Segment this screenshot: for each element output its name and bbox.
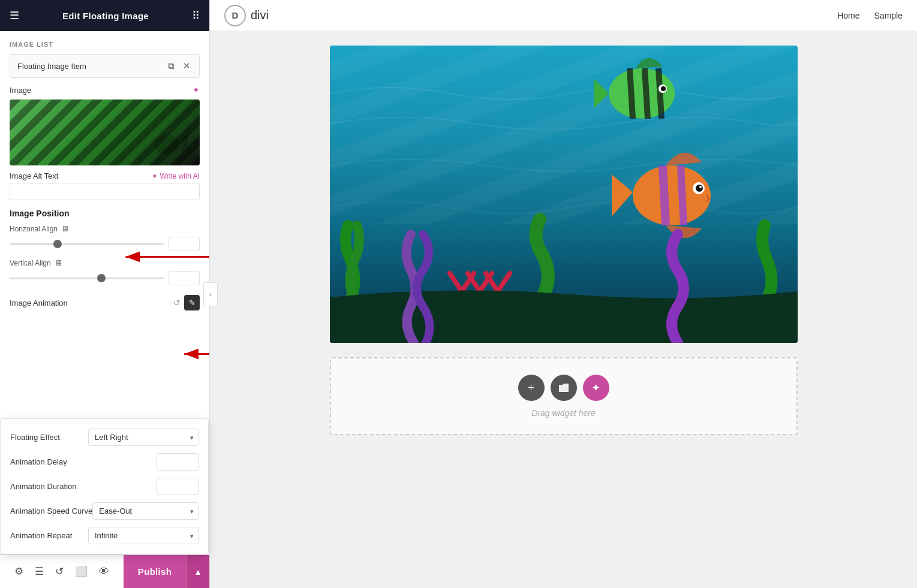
fish-preview-icon [152, 129, 188, 159]
underwater-background [330, 46, 798, 343]
svg-line-24 [663, 165, 666, 225]
vertical-align-text: Vertical Align [10, 259, 51, 267]
canvas-area: + ✦ Drag widget here [210, 31, 917, 588]
floating-effect-select-wrapper: Left Right Up Down None Custom ▾ [88, 429, 199, 446]
animation-delay-row: Animation Delay 0 [10, 453, 199, 471]
write-ai-text[interactable]: Write with AI [160, 172, 200, 180]
main-content: D divi Home Sample [210, 0, 917, 588]
image-preview[interactable] [10, 99, 200, 165]
floating-effect-row: Floating Effect Left Right Up Down None … [10, 429, 199, 446]
close-icon[interactable]: ✕ [182, 59, 192, 73]
publish-expand-button[interactable]: ▲ [186, 555, 209, 588]
animation-delay-input[interactable]: 0 [157, 453, 199, 471]
horizontal-align-label: Horizonal Align 🖥 [10, 224, 69, 233]
vertical-slider-row: 6 [10, 271, 200, 285]
svg-line-25 [681, 165, 684, 225]
speed-curve-select-wrapper: Ease-Out Ease-In Linear Ease-In-Out ▾ [92, 502, 199, 520]
responsive-toolbar-button[interactable]: ⬜ [70, 560, 92, 583]
animation-delay-label: Animation Delay [10, 457, 88, 466]
image-list-item[interactable]: Floating Image Item ⧉ ✕ [10, 54, 200, 78]
divi-logo: D divi [224, 5, 269, 26]
nav-sample[interactable]: Sample [874, 11, 903, 20]
history-toolbar-button[interactable]: ↺ [50, 560, 68, 583]
underwater-scene [330, 46, 798, 343]
bottom-toolbar: ⚙ ☰ ↺ ⬜ 👁 Publish ▲ [0, 554, 209, 588]
layers-toolbar-button[interactable]: ☰ [30, 560, 49, 583]
sidebar-header: ☰ Edit Floating Image ⠿ [0, 0, 209, 31]
vertical-value[interactable]: 6 [169, 271, 200, 285]
image-section-label: Image [10, 86, 31, 95]
svg-line-10 [659, 68, 662, 119]
animation-popup: Floating Effect Left Right Up Down None … [0, 418, 209, 554]
speed-curve-select[interactable]: Ease-Out Ease-In Linear Ease-In-Out [92, 502, 199, 520]
image-animation-label: Image Animation [10, 298, 68, 307]
drop-zone-buttons: + ✦ [518, 375, 609, 401]
svg-line-9 [645, 68, 648, 119]
drop-hint: Drag widget here [531, 408, 596, 418]
monitor-icon-h[interactable]: 🖥 [61, 224, 69, 233]
svg-point-0 [154, 135, 180, 154]
animation-speed-curve-label: Animation Speed Curve [10, 506, 92, 515]
top-nav: D divi Home Sample [210, 0, 917, 31]
animation-repeat-label: Animation Repeat [10, 531, 88, 540]
image-field-row: Image ✦ [10, 85, 200, 95]
floating-effect-select[interactable]: Left Right Up Down None Custom [88, 429, 199, 446]
sidebar-collapse-handle[interactable]: ‹ [203, 282, 218, 306]
widget-drop-zone: + ✦ Drag widget here [330, 357, 798, 435]
animation-duration-input[interactable]: 1400 [157, 478, 199, 495]
edit-anim-button[interactable]: ✎ [184, 295, 200, 310]
svg-point-28 [696, 185, 703, 192]
svg-point-6 [609, 68, 675, 119]
animation-repeat-select-wrapper: Infinite Once Twice 3 Times ▾ [88, 527, 199, 544]
floating-effect-label: Floating Effect [10, 433, 88, 442]
divi-logo-text: divi [251, 8, 269, 22]
nav-home[interactable]: Home [837, 11, 859, 20]
ai-widget-button[interactable]: ✦ [583, 375, 609, 401]
toolbar-icons-group: ⚙ ☰ ↺ ⬜ 👁 [0, 560, 124, 583]
animation-speed-curve-row: Animation Speed Curve Ease-Out Ease-In L… [10, 502, 199, 520]
preview-toolbar-button[interactable]: 👁 [94, 561, 114, 583]
canvas-scene [330, 46, 798, 343]
sparkle-icon[interactable]: ✦ [193, 85, 200, 95]
horizontal-slider-row: 3 [10, 237, 200, 251]
nav-links: Home Sample [837, 11, 903, 20]
vertical-align-label: Vertical Align 🖥 [10, 258, 62, 267]
svg-marker-11 [594, 79, 609, 108]
animation-duration-row: Animation Duration 1400 [10, 478, 199, 495]
publish-button[interactable]: Publish [124, 555, 186, 588]
anim-icons: ↺ ✎ [173, 295, 200, 310]
write-ai-sparkle: ✦ [152, 172, 158, 180]
svg-line-8 [630, 68, 633, 119]
hamburger-icon[interactable]: ☰ [10, 9, 19, 22]
alt-text-input[interactable] [10, 183, 200, 200]
monitor-icon-v[interactable]: 🖥 [55, 258, 62, 267]
duplicate-icon[interactable]: ⧉ [167, 59, 176, 73]
horizontal-align-text: Horizonal Align [10, 225, 58, 233]
settings-toolbar-button[interactable]: ⚙ [10, 560, 28, 583]
alt-text-row: Image Alt Text ✦ Write with AI [10, 171, 200, 180]
write-ai-link[interactable]: ✦ Write with AI [152, 172, 200, 180]
vertical-align-row: Vertical Align 🖥 [10, 258, 200, 267]
animation-repeat-select[interactable]: Infinite Once Twice 3 Times [88, 527, 199, 544]
reset-icon[interactable]: ↺ [173, 298, 181, 307]
svg-marker-26 [612, 174, 633, 216]
sidebar-title: Edit Floating Image [62, 11, 149, 21]
add-widget-button[interactable]: + [518, 375, 545, 401]
divi-logo-circle: D [224, 5, 246, 26]
folder-icon [558, 382, 570, 394]
horizontal-slider[interactable] [10, 243, 164, 245]
vertical-slider[interactable] [10, 278, 164, 279]
svg-point-29 [699, 186, 702, 188]
image-list-item-label: Floating Image Item [17, 62, 86, 71]
image-list-label: Image List [10, 41, 200, 48]
svg-point-13 [661, 86, 666, 91]
alt-text-label: Image Alt Text [10, 171, 58, 180]
folder-widget-button[interactable] [551, 375, 577, 401]
horizontal-value[interactable]: 3 [169, 237, 200, 251]
svg-marker-1 [182, 134, 188, 150]
animation-repeat-row: Animation Repeat Infinite Once Twice 3 T… [10, 527, 199, 544]
sidebar: ☰ Edit Floating Image ⠿ Image List Float… [0, 0, 210, 588]
svg-point-23 [633, 165, 711, 225]
grid-icon[interactable]: ⠿ [192, 9, 200, 22]
animation-duration-label: Animation Duration [10, 482, 88, 491]
